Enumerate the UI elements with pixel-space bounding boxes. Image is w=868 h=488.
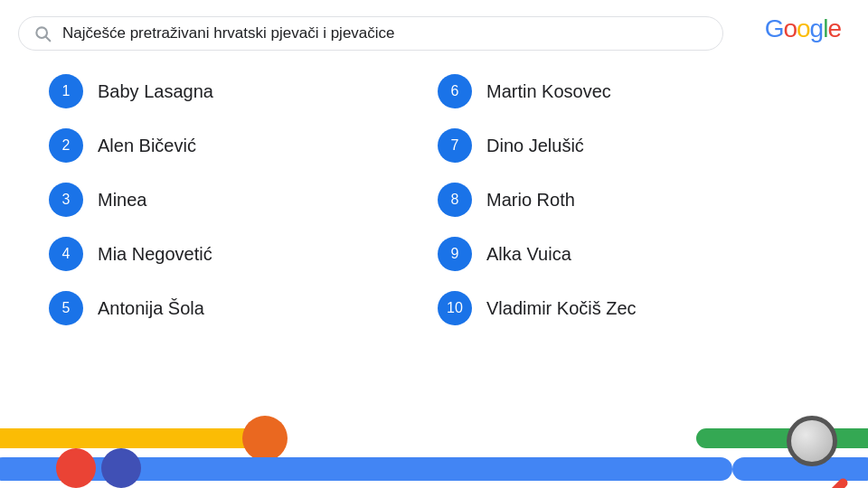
rank-badge: 10 bbox=[438, 291, 472, 325]
decorative-bars bbox=[0, 416, 868, 488]
list-item: 8 Mario Roth bbox=[434, 175, 823, 224]
blue-circle bbox=[101, 448, 141, 488]
list-item: 10 Vladimir Kočiš Zec bbox=[434, 284, 823, 333]
list-item: 6 Martin Kosovec bbox=[434, 67, 823, 116]
item-name: Vladimir Kočiš Zec bbox=[486, 298, 637, 319]
rank-badge: 1 bbox=[49, 74, 83, 108]
item-name: Alen Bičević bbox=[98, 136, 196, 156]
list-item: 4 Mia Negovetić bbox=[45, 230, 434, 278]
magnifier-icon bbox=[778, 416, 850, 488]
rank-badge: 5 bbox=[49, 291, 83, 325]
item-name: Martin Kosovec bbox=[486, 81, 611, 102]
list-item: 5 Antonija Šola bbox=[45, 284, 434, 333]
item-name: Antonija Šola bbox=[98, 298, 204, 319]
orange-circle bbox=[242, 416, 288, 461]
list-item: 7 Dino Jelušić bbox=[434, 121, 823, 170]
item-name: Mario Roth bbox=[486, 190, 575, 211]
red-circle bbox=[56, 448, 96, 488]
google-logo: Google bbox=[765, 14, 841, 43]
item-name: Alka Vuica bbox=[486, 244, 571, 265]
list-item: 3 Minea bbox=[45, 175, 434, 224]
item-name: Dino Jelušić bbox=[486, 136, 584, 156]
results-list: 1 Baby Lasagna 2 Alen Bičević 3 Minea 4 … bbox=[45, 67, 823, 333]
rank-badge: 8 bbox=[438, 183, 472, 217]
search-bar[interactable]: Najčešće pretraživani hrvatski pjevači i… bbox=[18, 16, 723, 51]
search-icon bbox=[33, 24, 52, 42]
rank-badge: 9 bbox=[438, 237, 472, 271]
item-name: Minea bbox=[98, 190, 146, 211]
list-column-left: 1 Baby Lasagna 2 Alen Bičević 3 Minea 4 … bbox=[45, 67, 434, 333]
rank-badge: 7 bbox=[438, 128, 472, 163]
list-item: 1 Baby Lasagna bbox=[45, 67, 434, 116]
rank-badge: 2 bbox=[49, 128, 83, 163]
rank-badge: 6 bbox=[438, 74, 472, 108]
rank-badge: 4 bbox=[49, 237, 83, 271]
rank-badge: 3 bbox=[49, 183, 83, 217]
item-name: Baby Lasagna bbox=[98, 81, 213, 102]
item-name: Mia Negovetić bbox=[98, 244, 212, 265]
list-item: 2 Alen Bičević bbox=[45, 121, 434, 170]
list-item: 9 Alka Vuica bbox=[434, 230, 823, 278]
svg-line-1 bbox=[46, 37, 51, 42]
search-query: Najčešće pretraživani hrvatski pjevači i… bbox=[62, 24, 708, 42]
list-column-right: 6 Martin Kosovec 7 Dino Jelušić 8 Mario … bbox=[434, 67, 823, 333]
yellow-bar bbox=[0, 428, 271, 448]
